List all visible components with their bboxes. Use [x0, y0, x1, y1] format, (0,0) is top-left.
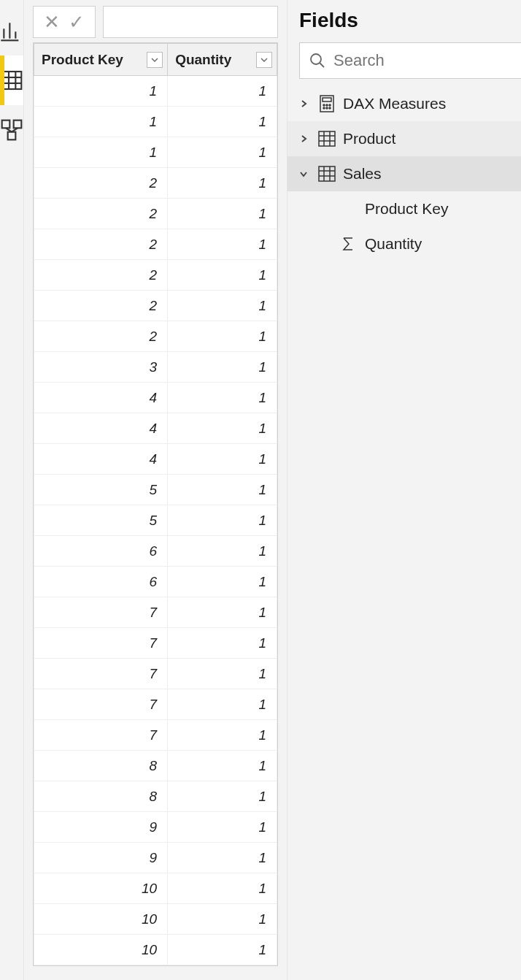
table-cell[interactable]: 9 [34, 843, 168, 873]
column-filter-button[interactable] [147, 52, 163, 68]
table-row[interactable]: 21 [34, 291, 277, 321]
table-row[interactable]: 71 [34, 628, 277, 659]
table-cell[interactable]: 1 [168, 475, 277, 505]
fields-search-input[interactable] [333, 51, 521, 70]
table-row[interactable]: 21 [34, 260, 277, 291]
data-view-button[interactable] [0, 55, 23, 105]
table-cell[interactable]: 1 [168, 107, 277, 137]
column-header-quantity[interactable]: Quantity [168, 44, 277, 76]
table-cell[interactable]: 1 [168, 843, 277, 873]
table-cell[interactable]: 10 [34, 935, 168, 965]
table-cell[interactable]: 10 [34, 904, 168, 935]
fields-search-box[interactable] [299, 42, 521, 79]
table-row[interactable]: 11 [34, 107, 277, 137]
expand-toggle[interactable] [296, 99, 311, 108]
cancel-formula-button[interactable]: ✕ [44, 12, 60, 31]
table-row[interactable]: 41 [34, 444, 277, 475]
table-row[interactable]: 81 [34, 751, 277, 781]
table-cell[interactable]: 6 [34, 536, 168, 567]
commit-formula-button[interactable]: ✓ [69, 12, 85, 31]
table-cell[interactable]: 1 [168, 444, 277, 475]
table-cell[interactable]: 1 [168, 567, 277, 597]
table-row[interactable]: 51 [34, 475, 277, 505]
table-cell[interactable]: 1 [168, 76, 277, 107]
table-row[interactable]: 71 [34, 597, 277, 628]
table-cell[interactable]: 4 [34, 444, 168, 475]
table-cell[interactable]: 1 [168, 168, 277, 199]
table-row[interactable]: 71 [34, 689, 277, 720]
table-row[interactable]: 41 [34, 413, 277, 444]
table-row[interactable]: 71 [34, 720, 277, 751]
table-cell[interactable]: 1 [168, 352, 277, 383]
table-cell[interactable]: 6 [34, 567, 168, 597]
table-cell[interactable]: 1 [168, 229, 277, 260]
formula-input[interactable] [103, 6, 278, 38]
table-cell[interactable]: 1 [168, 505, 277, 536]
collapse-toggle[interactable] [296, 169, 311, 178]
table-row[interactable]: 31 [34, 352, 277, 383]
table-cell[interactable]: 1 [168, 689, 277, 720]
table-cell[interactable]: 1 [34, 137, 168, 168]
table-cell[interactable]: 2 [34, 291, 168, 321]
table-cell[interactable]: 1 [168, 260, 277, 291]
table-cell[interactable]: 7 [34, 720, 168, 751]
table-row[interactable]: 11 [34, 137, 277, 168]
table-cell[interactable]: 5 [34, 505, 168, 536]
table-cell[interactable]: 1 [34, 76, 168, 107]
table-row[interactable]: 101 [34, 935, 277, 965]
table-row[interactable]: 101 [34, 873, 277, 904]
table-cell[interactable]: 1 [168, 659, 277, 689]
table-cell[interactable]: 2 [34, 199, 168, 229]
table-cell[interactable]: 1 [168, 751, 277, 781]
table-cell[interactable]: 1 [168, 413, 277, 444]
table-cell[interactable]: 1 [168, 597, 277, 628]
model-view-button[interactable] [0, 105, 23, 155]
table-cell[interactable]: 4 [34, 413, 168, 444]
table-row[interactable]: 81 [34, 781, 277, 812]
table-cell[interactable]: 1 [34, 107, 168, 137]
field-node-quantity[interactable]: Quantity [287, 226, 521, 261]
table-row[interactable]: 61 [34, 567, 277, 597]
table-cell[interactable]: 7 [34, 597, 168, 628]
table-cell[interactable]: 1 [168, 199, 277, 229]
table-cell[interactable]: 2 [34, 321, 168, 352]
table-cell[interactable]: 2 [34, 168, 168, 199]
field-node-product-key[interactable]: Product Key [287, 191, 521, 226]
table-cell[interactable]: 4 [34, 383, 168, 413]
table-cell[interactable]: 1 [168, 536, 277, 567]
table-cell[interactable]: 2 [34, 260, 168, 291]
table-cell[interactable]: 9 [34, 812, 168, 843]
table-node-product[interactable]: Product [287, 121, 521, 156]
table-row[interactable]: 11 [34, 76, 277, 107]
table-row[interactable]: 101 [34, 904, 277, 935]
table-cell[interactable]: 2 [34, 229, 168, 260]
table-row[interactable]: 51 [34, 505, 277, 536]
table-node-dax-measures[interactable]: DAX Measures [287, 86, 521, 121]
table-row[interactable]: 91 [34, 843, 277, 873]
table-cell[interactable]: 5 [34, 475, 168, 505]
table-row[interactable]: 21 [34, 168, 277, 199]
table-cell[interactable]: 1 [168, 873, 277, 904]
table-cell[interactable]: 1 [168, 812, 277, 843]
table-row[interactable]: 21 [34, 199, 277, 229]
table-cell[interactable]: 7 [34, 689, 168, 720]
table-node-sales[interactable]: Sales [287, 156, 521, 191]
table-cell[interactable]: 8 [34, 751, 168, 781]
column-header-product-key[interactable]: Product Key [34, 44, 168, 76]
table-cell[interactable]: 1 [168, 628, 277, 659]
table-row[interactable]: 41 [34, 383, 277, 413]
table-cell[interactable]: 1 [168, 383, 277, 413]
table-cell[interactable]: 1 [168, 291, 277, 321]
table-row[interactable]: 71 [34, 659, 277, 689]
table-cell[interactable]: 1 [168, 720, 277, 751]
table-cell[interactable]: 1 [168, 904, 277, 935]
table-cell[interactable]: 8 [34, 781, 168, 812]
table-cell[interactable]: 3 [34, 352, 168, 383]
table-row[interactable]: 21 [34, 321, 277, 352]
table-cell[interactable]: 1 [168, 781, 277, 812]
table-row[interactable]: 91 [34, 812, 277, 843]
expand-toggle[interactable] [296, 134, 311, 143]
table-cell[interactable]: 10 [34, 873, 168, 904]
table-cell[interactable]: 1 [168, 137, 277, 168]
table-cell[interactable]: 7 [34, 659, 168, 689]
